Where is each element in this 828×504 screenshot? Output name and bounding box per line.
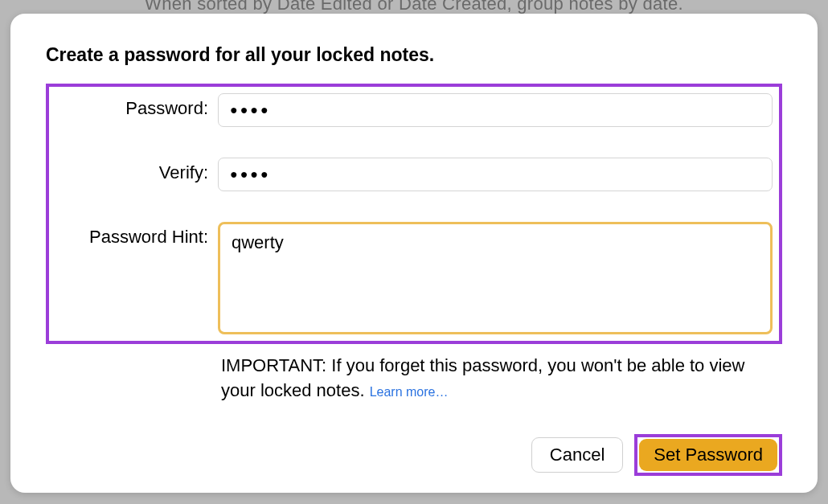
password-label: Password: — [55, 93, 218, 119]
password-row: Password: ●●●● — [55, 93, 773, 127]
form-highlight-annotation: Password: ●●●● Verify: ●●●● Password Hin… — [46, 84, 782, 344]
hint-row: Password Hint: — [55, 222, 773, 334]
set-password-highlight-annotation: Set Password — [634, 434, 782, 476]
hint-label: Password Hint: — [55, 222, 218, 248]
background-hint-text: When sorted by Date Edited or Date Creat… — [0, 0, 828, 14]
dialog-title: Create a password for all your locked no… — [46, 44, 782, 66]
hint-textarea[interactable] — [218, 222, 773, 334]
learn-more-link[interactable]: Learn more… — [370, 385, 449, 399]
button-row: Cancel Set Password — [46, 434, 782, 476]
password-input[interactable]: ●●●● — [218, 93, 773, 127]
cancel-button[interactable]: Cancel — [531, 437, 623, 473]
verify-input[interactable]: ●●●● — [218, 158, 773, 191]
info-section: IMPORTANT: If you forget this password, … — [46, 354, 782, 404]
verify-row: Verify: ●●●● — [55, 158, 773, 191]
important-text: IMPORTANT: If you forget this password, … — [221, 355, 744, 400]
verify-label: Verify: — [55, 158, 218, 183]
set-password-button[interactable]: Set Password — [639, 439, 777, 471]
password-dialog: Create a password for all your locked no… — [10, 14, 818, 493]
